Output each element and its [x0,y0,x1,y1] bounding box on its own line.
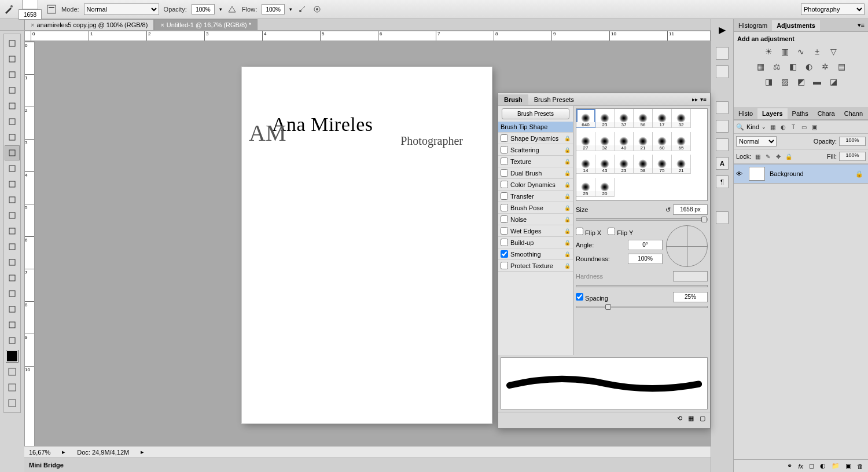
brush-tip-cell[interactable]: 65 [672,132,691,151]
size-slider[interactable] [576,218,708,221]
heal-tool[interactable] [5,130,20,145]
type-tool[interactable] [5,270,20,286]
path-select-tool[interactable] [5,286,20,301]
brush-tip-cell[interactable]: 58 [634,155,653,174]
panel-tab[interactable]: Chann [840,108,867,119]
trash-icon[interactable]: ▢ [700,415,705,422]
layer-thumbnail[interactable] [749,167,765,181]
lock-icon[interactable]: 🔒 [564,251,571,257]
brush-tip-cell[interactable]: 37 [615,109,634,128]
brush-option-item[interactable]: Texture🔒 [498,156,573,167]
gradient-map-icon[interactable]: ▬ [811,76,823,87]
toggle-preview-icon[interactable]: ⟲ [677,415,682,422]
lock-icon[interactable]: 🔒 [564,228,571,234]
new-group-icon[interactable]: 📁 [832,462,840,470]
tab-adjustments[interactable]: Adjustments [772,20,820,31]
reset-size-icon[interactable]: ↺ [665,206,671,214]
lock-icon[interactable]: 🔒 [564,159,571,164]
flip-x-checkbox[interactable]: Flip X [576,229,601,236]
blend-mode-select[interactable]: Normal [84,3,159,15]
brush-tip-cell[interactable]: 25 [576,178,595,197]
vibrance-icon[interactable]: ▽ [827,46,839,57]
panel-icon[interactable] [716,101,729,114]
brush-tip-cell[interactable]: 43 [595,155,615,174]
brush-tip-cell[interactable]: 640 [576,109,595,128]
lock-icon[interactable]: 🔒 [564,217,571,222]
hue-icon[interactable]: ▦ [755,61,766,72]
layer-style-icon[interactable]: fx [798,463,803,470]
pressure-size-icon[interactable] [312,4,322,14]
brush-size-input[interactable] [19,9,42,20]
brush-option-item[interactable]: Build-up🔒 [498,237,573,248]
crop-tool[interactable] [5,98,20,114]
lock-transparency-icon[interactable]: ▦ [753,152,762,160]
brush-tip-shape-item[interactable]: Brush Tip Shape [498,122,573,133]
brush-option-item[interactable]: Scattering🔒 [498,144,573,156]
lock-all-icon[interactable]: 🔒 [785,152,793,160]
panel-icon[interactable] [716,120,729,133]
wand-tool[interactable] [5,83,20,98]
brush-tip-cell[interactable]: 23 [615,155,634,174]
layer-name[interactable]: Background [770,170,804,177]
color-balance-icon[interactable]: ⚖ [771,61,782,72]
document-tab[interactable]: ×Untitled-1 @ 16,7% (RGB/8) * [154,19,258,30]
invert-icon[interactable]: ◨ [763,76,774,87]
play-action-icon[interactable]: ▶ [719,24,726,35]
brush-panel-toggle-icon[interactable] [46,4,57,14]
size-input[interactable]: 1658 px [673,204,708,215]
angle-input[interactable]: 0° [628,240,663,250]
layer-opacity-input[interactable]: 100% [839,137,866,146]
filter-smart-icon[interactable]: ▣ [810,123,818,131]
spacing-input[interactable]: 25% [673,292,708,302]
panel-icon[interactable] [716,47,729,60]
spacing-slider[interactable] [576,306,708,308]
brush-tip-cell[interactable]: 32 [595,132,615,151]
brush-tool[interactable] [5,145,20,160]
new-layer-icon[interactable]: ▣ [845,462,851,470]
history-tool[interactable] [5,177,20,192]
brush-tip-cell[interactable]: 75 [653,155,672,174]
lock-position-icon[interactable]: ✥ [774,152,782,160]
brush-tip-cell[interactable]: 20 [595,178,615,197]
panel-icon[interactable] [716,65,729,78]
spacing-checkbox[interactable]: Spacing [576,293,608,302]
fill-input[interactable]: 100% [839,152,866,161]
close-icon[interactable]: × [160,21,164,28]
workspace-select[interactable]: Photography [801,3,865,15]
levels-icon[interactable]: ▥ [779,46,790,57]
brush-tip-cell[interactable]: 32 [672,109,691,128]
flow-input[interactable] [262,4,285,14]
vertical-ruler[interactable]: 012345678910 [24,41,35,456]
filter-adj-icon[interactable]: ◐ [779,123,787,131]
color-lookup-icon[interactable]: ▤ [836,61,847,72]
panel-tab[interactable]: Chara [813,108,840,119]
dodge-tool[interactable] [5,239,20,254]
brush-preview-chip[interactable] [19,0,42,20]
lock-icon[interactable]: 🔒 [564,147,571,153]
brush-tip-cell[interactable]: 21 [634,132,653,151]
panel-tab[interactable]: Histo [734,108,757,119]
brush-option-item[interactable]: Dual Brush🔒 [498,167,573,179]
screen-mode-button[interactable] [5,396,20,411]
eyedropper-tool[interactable] [5,114,20,129]
document-tab[interactable]: ×anamireles5 copy.jpg @ 100% (RGB/8) [24,19,154,30]
zoom-tool[interactable] [5,333,20,348]
brush-tip-cell[interactable]: 40 [615,132,634,151]
brush-tip-cell[interactable]: 60 [653,132,672,151]
panel-icon[interactable] [716,211,729,224]
brush-option-item[interactable]: Shape Dynamics🔒 [498,133,573,144]
mini-bridge-tab[interactable]: Mini Bridge [24,458,711,472]
close-icon[interactable]: × [31,21,34,28]
brush-presets-button[interactable]: Brush Presets [502,108,569,119]
lock-icon[interactable]: 🔒 [564,170,571,176]
filter-type-icon[interactable]: T [789,123,797,131]
panel-tab[interactable]: Paths [788,108,813,119]
doc-info-readout[interactable]: Doc: 24,9M/4,12M [77,449,129,456]
lock-icon[interactable]: 🔒 [564,182,571,188]
tab-brush-presets[interactable]: Brush Presets [528,94,580,105]
brush-tip-cell[interactable]: 14 [576,155,595,174]
brush-option-item[interactable]: Protect Texture🔒 [498,260,573,272]
brush-option-item[interactable]: Wet Edges🔒 [498,225,573,237]
panel-icon[interactable] [716,138,729,151]
tab-brush[interactable]: Brush [498,94,528,105]
